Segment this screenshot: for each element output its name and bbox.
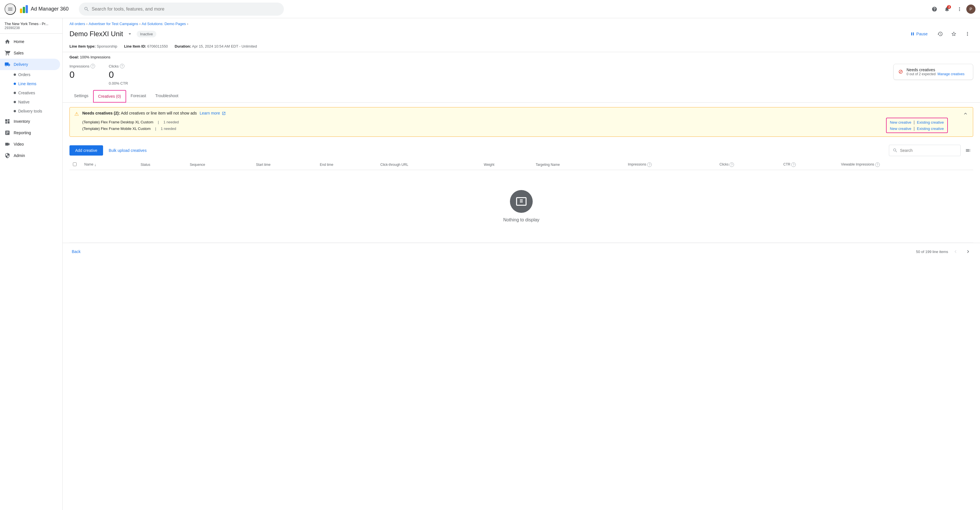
- th-status[interactable]: Status: [137, 159, 186, 170]
- sidebar-label-delivery: Delivery: [14, 62, 28, 67]
- alert-items-list: (Template) Flex Frame Desktop XL Custom …: [82, 118, 179, 131]
- impressions-label: Impressions ?: [70, 64, 95, 69]
- manage-creatives-link[interactable]: Manage creatives: [937, 72, 965, 76]
- sidebar-item-native[interactable]: Native: [14, 97, 60, 107]
- orders-dot: [14, 73, 16, 76]
- sidebar-item-delivery-tools[interactable]: Delivery tools: [14, 107, 60, 116]
- empty-state: Nothing to display: [73, 173, 970, 240]
- th-name[interactable]: Name ↓: [81, 159, 137, 170]
- table-body: Nothing to display: [70, 170, 973, 243]
- breadcrumb-ad-solutions[interactable]: Ad Solutions: Demo Pages: [142, 22, 186, 26]
- th-weight[interactable]: Weight: [480, 159, 532, 170]
- new-creative-link-1[interactable]: New creative: [890, 126, 912, 131]
- delivery-sub-nav: Orders Line items Creatives Native Deliv…: [0, 70, 62, 116]
- existing-creative-link-1[interactable]: Existing creative: [917, 126, 944, 131]
- sidebar-item-inventory[interactable]: Inventory: [0, 116, 60, 127]
- back-button[interactable]: Back: [70, 247, 83, 256]
- sales-icon: [5, 50, 10, 56]
- breadcrumb-all-orders[interactable]: All orders: [70, 22, 85, 26]
- alert-item-0-needed: 1 needed: [164, 120, 179, 124]
- account-info: The New York Times - Pr... 29390238: [0, 18, 62, 33]
- alert-item-0: (Template) Flex Frame Desktop XL Custom …: [82, 120, 179, 124]
- learn-more-link[interactable]: Learn more: [200, 111, 220, 115]
- new-creative-link-0[interactable]: New creative: [890, 120, 912, 124]
- app-logo[interactable]: Ad Manager 360: [19, 5, 68, 14]
- alert-content: Needs creatives (2): Add creatives or li…: [82, 111, 959, 133]
- sidebar-item-orders[interactable]: Orders: [14, 70, 60, 79]
- th-end-time[interactable]: End time: [316, 159, 377, 170]
- stats-section: Impressions ? 0 Clicks ? 0 0.00% CTR ⊘ N…: [63, 59, 980, 90]
- sidebar-label-inventory: Inventory: [14, 119, 30, 124]
- sort-name-icon: ↓: [94, 163, 96, 167]
- clicks-info-icon[interactable]: ?: [120, 64, 124, 69]
- th-targeting-name[interactable]: Targeting Name: [532, 159, 624, 170]
- home-icon: [5, 39, 10, 45]
- alert-item-1-name: (Template) Flex Frame Mobile XL Custom: [82, 126, 151, 131]
- notifications-button[interactable]: 3: [941, 3, 953, 15]
- sidebar-item-admin[interactable]: Admin: [0, 150, 60, 161]
- more-page-options-button[interactable]: [962, 28, 973, 40]
- alert-item-1-needed: 1 needed: [161, 126, 176, 131]
- tab-creatives[interactable]: Creatives (0): [93, 90, 126, 102]
- viewable-impressions-col-info-icon[interactable]: ?: [875, 163, 880, 167]
- sidebar-item-delivery[interactable]: Delivery: [0, 59, 60, 70]
- tab-forecast[interactable]: Forecast: [126, 90, 151, 102]
- th-impressions[interactable]: Impressions ?: [624, 159, 716, 170]
- history-button[interactable]: [934, 28, 946, 40]
- tab-settings[interactable]: Settings: [70, 90, 93, 102]
- account-id: 29390238: [5, 26, 58, 30]
- ctr-col-info-icon[interactable]: ?: [791, 163, 796, 167]
- pause-button[interactable]: Pause: [905, 29, 932, 39]
- clicks-stat: Clicks ? 0 0.00% CTR: [109, 64, 128, 86]
- column-layout-button[interactable]: [963, 145, 973, 156]
- pagination-next-button[interactable]: [963, 247, 973, 257]
- sidebar-item-sales[interactable]: Sales: [0, 47, 60, 59]
- creatives-search-box[interactable]: [889, 145, 961, 156]
- th-sequence[interactable]: Sequence: [186, 159, 252, 170]
- tab-troubleshoot[interactable]: Troubleshoot: [151, 90, 183, 102]
- admin-icon: [5, 153, 10, 158]
- clicks-col-info-icon[interactable]: ?: [729, 163, 734, 167]
- sidebar-item-home[interactable]: Home: [0, 36, 60, 47]
- sidebar-item-video[interactable]: Video: [0, 139, 60, 150]
- needs-creatives-banner: ⊘ Needs creatives 0 out of 2 expected Ma…: [893, 64, 973, 80]
- app-body: The New York Times - Pr... 29390238 Home…: [0, 18, 980, 510]
- sidebar-item-reporting[interactable]: Reporting: [0, 127, 60, 139]
- th-ctr[interactable]: CTR ?: [780, 159, 838, 170]
- table-header-row: Name ↓ Status Sequence Start time End ti…: [70, 159, 973, 170]
- existing-creative-link-0[interactable]: Existing creative: [917, 120, 944, 124]
- ctr-value: 0.00% CTR: [109, 81, 128, 86]
- impressions-col-info-icon[interactable]: ?: [647, 163, 652, 167]
- impressions-info-icon[interactable]: ?: [91, 64, 95, 69]
- pagination-prev-button[interactable]: [950, 247, 961, 257]
- global-search-bar[interactable]: [79, 3, 284, 16]
- sidebar-item-creatives[interactable]: Creatives: [14, 88, 60, 97]
- user-avatar[interactable]: P: [966, 5, 975, 14]
- line-item-id: Line Item ID: 6706011550: [124, 44, 168, 48]
- page-footer: Back 50 of 199 line items: [63, 243, 980, 260]
- goal-value: 100% Impressions: [80, 55, 110, 59]
- sidebar-item-line-items[interactable]: Line items: [14, 79, 60, 88]
- breadcrumb-advertiser[interactable]: Advertiser for Test Campaigns: [89, 22, 138, 26]
- menu-icon[interactable]: [5, 3, 16, 15]
- th-clicks[interactable]: Clicks ?: [716, 159, 780, 170]
- creatives-search-input[interactable]: [900, 148, 957, 153]
- th-viewable-impressions[interactable]: Viewable Impressions ?: [838, 159, 973, 170]
- title-dropdown-button[interactable]: [125, 29, 134, 38]
- creatives-table-container: Name ↓ Status Sequence Start time End ti…: [63, 159, 980, 243]
- sidebar-label-native: Native: [18, 100, 30, 104]
- th-click-through-url[interactable]: Click-through URL: [377, 159, 480, 170]
- search-input[interactable]: [92, 6, 279, 12]
- star-button[interactable]: [948, 28, 959, 40]
- breadcrumb: All orders › Advertiser for Test Campaig…: [63, 18, 980, 27]
- add-creative-button[interactable]: Add creative: [70, 145, 103, 156]
- select-all-checkbox[interactable]: [73, 163, 76, 166]
- alert-item-0-name: (Template) Flex Frame Desktop XL Custom: [82, 120, 153, 124]
- more-options-button[interactable]: [954, 3, 965, 15]
- bulk-upload-button[interactable]: Bulk upload creatives: [107, 145, 149, 156]
- th-start-time[interactable]: Start time: [253, 159, 316, 170]
- line-items-dot: [14, 83, 16, 85]
- alert-collapse-button[interactable]: [963, 111, 968, 118]
- page-title: Demo FlexXI Unit: [70, 30, 123, 38]
- help-button[interactable]: [929, 3, 940, 15]
